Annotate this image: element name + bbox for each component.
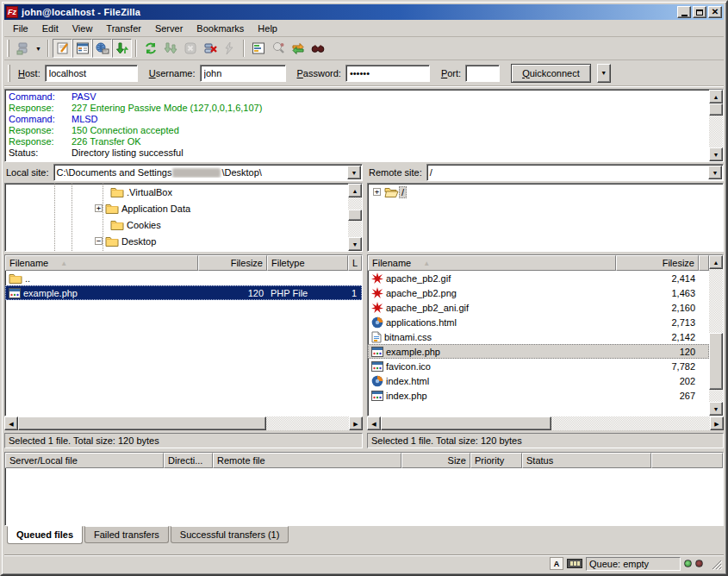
remote-pane: Remote site: / ▼ + / Fil <box>367 164 724 448</box>
menu-bookmarks[interactable]: Bookmarks <box>190 21 251 36</box>
message-log-scrollbar[interactable]: ▲ ▼ <box>709 90 723 161</box>
column-header-size[interactable]: Size <box>401 453 470 468</box>
scroll-up-button[interactable]: ▲ <box>709 255 723 269</box>
find-files-button[interactable] <box>308 39 327 58</box>
scroll-right-button[interactable]: ▶ <box>349 416 363 430</box>
file-row[interactable]: index.html 202 <box>368 373 709 388</box>
menu-help[interactable]: Help <box>251 21 284 36</box>
file-size: 202 <box>616 376 699 386</box>
column-header-filesize[interactable]: Filesize <box>616 255 699 271</box>
file-row-example-php[interactable]: example.php 120 PHP File 1 <box>5 285 362 300</box>
column-header-priority[interactable]: Priority <box>470 453 522 468</box>
cancel-button[interactable] <box>180 39 200 58</box>
file-row[interactable]: apache_pb2_ani.gif 2,160 <box>368 300 709 315</box>
scroll-thumb[interactable] <box>18 416 266 430</box>
tree-item-root[interactable]: + / <box>368 184 723 200</box>
tab-successful-transfers[interactable]: Successful transfers (1) <box>171 526 289 543</box>
column-header-server-local-file[interactable]: Server/Local file <box>5 453 164 468</box>
username-input[interactable] <box>200 65 286 82</box>
directory-filters-button[interactable] <box>248 39 268 58</box>
scroll-left-button[interactable]: ◀ <box>4 416 18 430</box>
quickconnect-button[interactable]: Quickconnect <box>511 64 591 83</box>
toggle-transfer-queue-button[interactable] <box>112 39 132 58</box>
file-row-example-php[interactable]: example.php 120 <box>368 344 709 359</box>
folder-icon <box>110 186 124 197</box>
column-header-filesize[interactable]: Filesize <box>198 255 267 271</box>
tree-item-virtualbox[interactable]: .VirtualBox <box>5 184 348 200</box>
menu-file[interactable]: File <box>6 21 35 36</box>
column-header-filename[interactable]: Filename▲ <box>368 255 616 271</box>
tree-item-application-data[interactable]: + Application Data <box>5 200 348 216</box>
file-row[interactable]: index.php 267 <box>368 388 709 403</box>
image-file-icon <box>371 287 383 299</box>
site-manager-dropdown-button[interactable]: ▼ <box>33 39 44 58</box>
remote-list-scrollbar[interactable]: ▲ ▼ <box>709 255 723 416</box>
collapse-minus-icon[interactable]: − <box>95 237 103 245</box>
scroll-right-button[interactable]: ▶ <box>710 416 724 430</box>
file-row-parent-dir[interactable]: .. <box>5 271 362 285</box>
site-manager-button[interactable] <box>13 39 33 58</box>
column-header-status[interactable]: Status <box>522 453 651 468</box>
column-header-filetype[interactable]: Filetype <box>267 255 348 271</box>
expand-plus-icon[interactable]: + <box>95 204 103 212</box>
quickconnect-dropdown-button[interactable]: ▼ <box>597 64 611 83</box>
process-queue-button[interactable] <box>160 39 180 58</box>
menu-transfer[interactable]: Transfer <box>99 21 148 36</box>
compare-directories-button[interactable] <box>268 39 288 58</box>
scroll-up-button[interactable]: ▲ <box>709 90 723 103</box>
queue-body[interactable] <box>5 468 723 525</box>
local-tree-scrollbar[interactable]: ▲ ▼ <box>348 184 362 251</box>
tree-item-desktop[interactable]: − Desktop <box>5 233 348 249</box>
file-row[interactable]: applications.html 2,713 <box>368 315 709 329</box>
menu-view[interactable]: View <box>65 21 100 36</box>
scroll-down-button[interactable]: ▼ <box>348 237 362 251</box>
scroll-down-button[interactable]: ▼ <box>709 147 723 161</box>
remote-site-combobox[interactable]: / ▼ <box>426 164 724 181</box>
scroll-thumb[interactable] <box>381 416 551 430</box>
remote-site-path: / <box>427 167 708 178</box>
column-header-remote-file[interactable]: Remote file <box>213 453 401 468</box>
menu-edit[interactable]: Edit <box>35 21 65 36</box>
file-name: apache_pb2.png <box>386 288 457 298</box>
file-row[interactable]: bitnami.css 2,142 <box>368 329 709 344</box>
host-input[interactable] <box>45 65 138 82</box>
refresh-button[interactable] <box>140 39 160 58</box>
minimize-button[interactable] <box>677 6 691 18</box>
disconnect-button[interactable] <box>200 39 220 58</box>
reconnect-button[interactable] <box>220 39 240 58</box>
resize-grip[interactable] <box>710 558 722 570</box>
file-row[interactable]: favicon.ico 7,782 <box>368 359 709 373</box>
toggle-message-log-button[interactable] <box>53 39 72 58</box>
password-input[interactable] <box>345 65 430 82</box>
local-site-dropdown-button[interactable]: ▼ <box>347 166 361 179</box>
port-input[interactable] <box>465 65 500 82</box>
scroll-thumb[interactable] <box>348 210 362 221</box>
file-row[interactable]: apache_pb2.png 1,463 <box>368 285 709 300</box>
data-type-indicator-icon[interactable]: A <box>550 557 563 570</box>
scroll-down-button[interactable]: ▼ <box>709 402 723 416</box>
column-header-last-modified[interactable]: L <box>348 255 362 271</box>
tab-queued-files[interactable]: Queued files <box>7 526 83 544</box>
remote-list-hscrollbar[interactable]: ◀ ▶ <box>367 416 724 430</box>
toggle-local-tree-button[interactable] <box>72 39 92 58</box>
tab-failed-transfers[interactable]: Failed transfers <box>84 526 169 543</box>
scroll-thumb[interactable] <box>709 333 723 390</box>
scroll-thumb[interactable] <box>709 103 723 116</box>
scroll-up-button[interactable]: ▲ <box>348 184 362 197</box>
scroll-left-button[interactable]: ◀ <box>367 416 381 430</box>
column-header-direction[interactable]: Directi... <box>164 453 213 468</box>
file-row[interactable]: apache_pb2.gif 2,414 <box>368 271 709 285</box>
expand-plus-icon[interactable]: + <box>373 188 381 196</box>
menu-server[interactable]: Server <box>148 21 190 36</box>
encryption-indicator-icon[interactable] <box>567 559 582 568</box>
local-list-hscrollbar[interactable]: ◀ ▶ <box>4 416 363 430</box>
log-line-text: MLSD <box>72 114 98 125</box>
local-site-combobox[interactable]: C:\Documents and Settings\Desktop\ ▼ <box>53 164 363 181</box>
column-header-filename[interactable]: Filename▲ <box>5 255 198 271</box>
maximize-button[interactable] <box>693 6 706 18</box>
tree-item-cookies[interactable]: Cookies <box>5 216 348 233</box>
remote-site-dropdown-button[interactable]: ▼ <box>708 166 722 179</box>
close-button[interactable]: ✕ <box>708 6 722 18</box>
synchronized-browsing-button[interactable] <box>288 39 308 58</box>
toggle-remote-tree-button[interactable] <box>92 39 112 58</box>
